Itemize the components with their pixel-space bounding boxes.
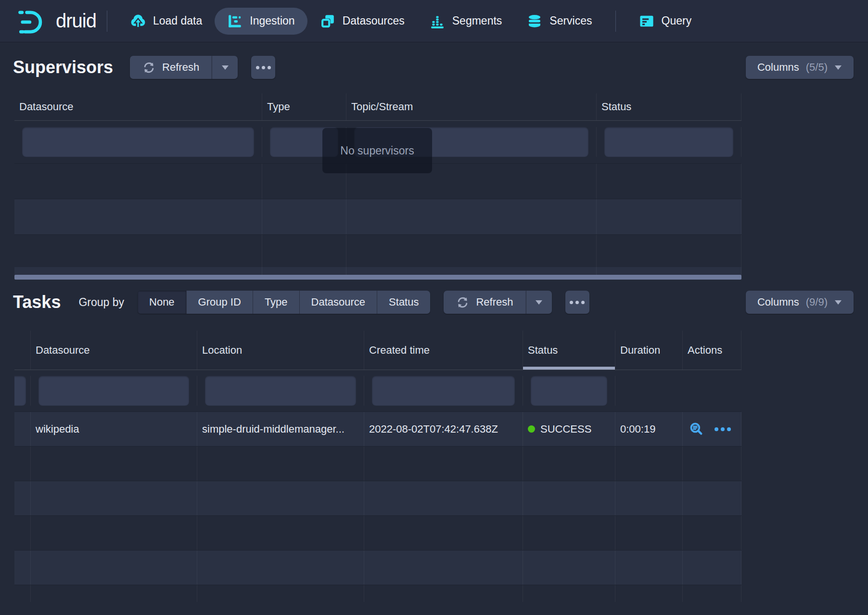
- table-row: [14, 199, 741, 234]
- group-by-status-button[interactable]: Status: [377, 291, 430, 314]
- task-detail-button[interactable]: [689, 422, 703, 436]
- columns-label: Columns: [757, 61, 799, 74]
- nav-item-services[interactable]: Services: [514, 8, 604, 35]
- nav-item-datasources[interactable]: Datasources: [307, 8, 417, 35]
- group-by-button-group: None Group ID Type Datasource Status: [138, 291, 430, 314]
- nav-item-label: Services: [549, 14, 592, 27]
- column-header-datasource[interactable]: Datasource: [14, 93, 262, 120]
- nav-divider: [615, 11, 616, 32]
- table-row: [14, 481, 741, 515]
- group-by-label: Group by: [78, 296, 124, 309]
- load-data-icon: [130, 13, 146, 29]
- refresh-label: Refresh: [162, 61, 199, 74]
- supervisors-header-row: Datasource Type Topic/Stream Status: [14, 93, 741, 121]
- tasks-section-bar: Tasks Group by None Group ID Type Dataso…: [13, 290, 854, 314]
- group-by-group-id-button[interactable]: Group ID: [187, 291, 253, 314]
- status-filter-input[interactable]: [604, 127, 733, 157]
- ingestion-icon: [227, 13, 243, 29]
- status-badge: SUCCESS: [540, 423, 591, 436]
- supervisors-section-bar: Supervisors Refresh Columns (5/5): [13, 55, 854, 79]
- table-row: [14, 234, 741, 267]
- tasks-refresh-caret-button[interactable]: [526, 291, 552, 314]
- nav-item-load-data[interactable]: Load data: [118, 8, 215, 35]
- more-icon: [256, 66, 271, 69]
- more-icon: [715, 427, 731, 431]
- tasks-refresh-button[interactable]: Refresh: [444, 291, 525, 314]
- datasources-icon: [320, 13, 335, 29]
- columns-count: (5/5): [806, 61, 828, 74]
- task-row-wikipedia[interactable]: wikipedia simple-druid-middlemanager... …: [14, 411, 741, 446]
- brand-text: druid: [56, 10, 96, 32]
- columns-label: Columns: [757, 296, 799, 308]
- supervisors-refresh-button[interactable]: Refresh: [130, 56, 212, 79]
- group-by-type-button[interactable]: Type: [253, 291, 300, 314]
- tasks-title: Tasks: [13, 292, 61, 312]
- no-supervisors-message: No supervisors: [322, 128, 432, 173]
- nav-item-query[interactable]: Query: [626, 8, 704, 35]
- supervisors-columns-button[interactable]: Columns (5/5): [746, 56, 854, 79]
- task-datasource-cell: wikipedia: [31, 412, 197, 446]
- query-icon: [639, 13, 654, 29]
- refresh-label: Refresh: [476, 296, 513, 308]
- tasks-more-button[interactable]: [565, 291, 589, 314]
- supervisors-refresh-caret-button[interactable]: [212, 56, 238, 79]
- supervisors-table: Datasource Type Topic/Stream Status No s…: [14, 93, 741, 275]
- column-header-status[interactable]: Status: [597, 93, 741, 120]
- services-icon: [527, 13, 542, 29]
- tasks-filter-row: [14, 370, 741, 411]
- chevron-down-icon: [535, 300, 543, 305]
- task-more-actions-button[interactable]: [715, 427, 731, 431]
- druid-logo-icon: [17, 8, 48, 34]
- table-row: [14, 446, 741, 481]
- nav-item-label: Ingestion: [250, 14, 294, 27]
- column-header-location[interactable]: Location: [197, 331, 364, 370]
- navbar: druid Load data Ingestion Datasources: [0, 0, 868, 42]
- column-header-actions[interactable]: Actions: [683, 331, 741, 370]
- column-header-topic-stream[interactable]: Topic/Stream: [346, 93, 597, 120]
- tasks-columns-button[interactable]: Columns (9/9): [746, 291, 854, 314]
- nav-item-label: Load data: [153, 14, 202, 27]
- created-time-filter-input[interactable]: [372, 376, 515, 406]
- nav-item-segments[interactable]: Segments: [417, 8, 515, 35]
- table-row: [14, 585, 741, 602]
- nav-item-label: Query: [662, 14, 692, 27]
- task-actions-cell: [683, 412, 741, 446]
- column-header-datasource[interactable]: Datasource: [31, 331, 197, 370]
- columns-count: (9/9): [806, 296, 828, 308]
- task-duration-cell: 0:00:19: [615, 412, 683, 446]
- supervisors-title: Supervisors: [13, 57, 113, 77]
- group-by-datasource-button[interactable]: Datasource: [300, 291, 378, 314]
- druid-logo[interactable]: druid: [17, 8, 96, 34]
- nav-item-label: Segments: [452, 14, 502, 27]
- chevron-down-icon: [221, 65, 229, 70]
- task-status-cell: SUCCESS: [523, 412, 615, 446]
- column-header-created-time[interactable]: Created time: [364, 331, 523, 370]
- tasks-header-row: Datasource Location Created time Status …: [14, 331, 741, 370]
- table-row: [14, 515, 741, 550]
- datasource-filter-input[interactable]: [38, 376, 189, 406]
- more-icon: [570, 301, 585, 304]
- chevron-down-icon: [834, 300, 842, 305]
- nav-divider: [107, 11, 107, 32]
- location-filter-input[interactable]: [205, 376, 356, 406]
- status-filter-input[interactable]: [531, 376, 607, 406]
- group-by-none-button[interactable]: None: [138, 291, 187, 314]
- table-row: [14, 267, 741, 275]
- hidden-column-filter-input[interactable]: [14, 376, 26, 406]
- table-row: [14, 550, 741, 585]
- nav-item-ingestion[interactable]: Ingestion: [215, 8, 307, 35]
- success-status-dot: [528, 425, 535, 433]
- column-header-duration[interactable]: Duration: [615, 331, 683, 370]
- column-header-type[interactable]: Type: [262, 93, 346, 120]
- column-header-status[interactable]: Status: [523, 331, 615, 370]
- segments-icon: [430, 13, 445, 29]
- refresh-icon: [456, 296, 469, 309]
- tasks-table: Datasource Location Created time Status …: [14, 331, 741, 602]
- supervisors-more-button[interactable]: [251, 56, 275, 79]
- nav-item-label: Datasources: [343, 14, 405, 27]
- refresh-icon: [142, 61, 155, 74]
- supervisors-horizontal-scrollbar[interactable]: [14, 275, 741, 280]
- datasource-filter-input[interactable]: [22, 127, 254, 157]
- column-header-hidden[interactable]: [14, 331, 31, 370]
- chevron-down-icon: [834, 65, 842, 70]
